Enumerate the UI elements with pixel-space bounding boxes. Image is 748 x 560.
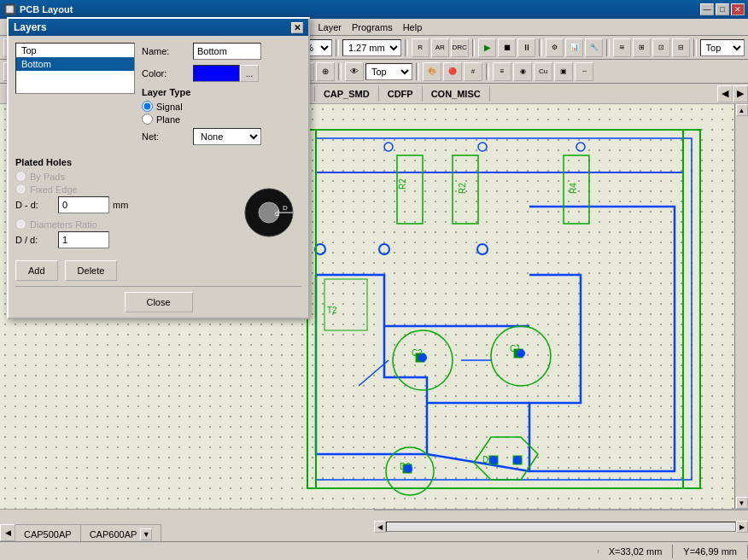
dialog-title-text: Layers — [14, 21, 47, 33]
sep-d4 — [416, 63, 419, 80]
layer-bottom[interactable]: Bottom — [16, 57, 134, 71]
tab-scroll-left[interactable]: ◀ — [0, 524, 15, 541]
minimize-button[interactable]: — — [700, 3, 714, 15]
d-d-input[interactable] — [58, 196, 109, 213]
layer-draw-select[interactable]: Top — [365, 63, 412, 80]
extra6-btn[interactable]: ⊡ — [652, 38, 670, 57]
donut-graphic: d D — [243, 171, 295, 254]
scroll-right-btn[interactable]: ▶ — [736, 521, 748, 533]
extra4-btn[interactable]: ≋ — [613, 38, 631, 57]
scroll-down-btn[interactable]: ▼ — [736, 497, 748, 509]
extra3-btn[interactable]: 🔧 — [585, 38, 603, 57]
layer-vis-btn[interactable]: ◉ — [513, 62, 532, 81]
sep-d5 — [486, 63, 489, 80]
stop-btn[interactable]: ⏹ — [498, 38, 516, 57]
color-swatch[interactable] — [193, 65, 240, 82]
h-scrollbar-track[interactable] — [386, 522, 736, 532]
d-over-d-label: D / d: — [15, 235, 58, 245]
delete-button[interactable]: Delete — [65, 260, 118, 281]
extra2-btn[interactable]: 📊 — [565, 38, 583, 57]
run-btn[interactable]: ▶ — [478, 38, 496, 57]
board-btn[interactable]: ▣ — [554, 62, 573, 81]
title-bar: 🔲 PCB Layout — □ ✕ — [0, 0, 748, 19]
layer-type-header: Layer Type — [142, 87, 301, 97]
dialog-close-btn[interactable]: ✕ — [291, 22, 303, 33]
svg-text:d: d — [275, 209, 279, 218]
color2-btn[interactable]: 🔴 — [443, 62, 462, 81]
tab-cap500ap[interactable]: CAP500AP — [15, 524, 81, 541]
fixed-edge-row: Fixed Edge — [15, 184, 230, 195]
svg-rect-0 — [307, 130, 700, 488]
tab-cap600ap[interactable]: CAP600AP ▼ — [81, 524, 162, 541]
fixed-edge-label: Fixed Edge — [30, 184, 78, 195]
color1-btn[interactable]: 🎨 — [423, 62, 441, 81]
grid-select[interactable]: 1.27 mm — [342, 39, 401, 56]
lib-cdfp[interactable]: CDFP — [379, 86, 423, 102]
window-controls: — □ ✕ — [700, 3, 745, 15]
d-over-d-input[interactable] — [58, 231, 109, 248]
net-select[interactable]: None — [193, 128, 261, 145]
layer-list[interactable]: Top Bottom — [15, 43, 135, 94]
lib-con-misc[interactable]: CON_MISC — [423, 86, 490, 102]
name-input[interactable] — [193, 43, 261, 60]
signal-radio[interactable] — [142, 101, 153, 112]
ratsnest-btn[interactable]: ╌ — [575, 62, 593, 81]
sep8 — [606, 39, 610, 56]
net-row: Net: None — [142, 128, 301, 145]
eye-btn[interactable]: 👁 — [345, 62, 364, 81]
add-button[interactable]: Add — [15, 260, 58, 281]
measure-btn[interactable]: ⊕ — [316, 62, 335, 81]
color-picker-btn[interactable]: ... — [240, 65, 259, 82]
plane-radio-row: Plane — [142, 114, 301, 125]
plane-radio[interactable] — [142, 114, 153, 125]
drc-btn[interactable]: DRC — [451, 38, 469, 57]
layers-dialog[interactable]: Layers ✕ Top Bottom Name: — [7, 17, 310, 319]
sep6 — [472, 39, 476, 56]
sep4 — [336, 39, 339, 56]
diameters-ratio-label: Diameters Ratio — [30, 219, 97, 230]
plated-holes-header: Plated Holes — [15, 157, 301, 167]
layer-top[interactable]: Top — [16, 44, 134, 57]
diameters-ratio-row: Diameters Ratio — [15, 219, 230, 230]
route-btn[interactable]: R — [412, 38, 430, 57]
menu-layer[interactable]: Layer — [313, 20, 347, 34]
svg-point-26 — [478, 143, 487, 151]
scroll-left-btn[interactable]: ◀ — [374, 521, 386, 533]
status-empty — [0, 550, 599, 553]
by-pads-row: By Pads — [15, 171, 230, 182]
tab-dropdown-btn[interactable]: ▼ — [140, 528, 152, 540]
close-button[interactable]: ✕ — [731, 3, 745, 15]
lib-prev-btn[interactable]: ◀ — [717, 85, 733, 102]
d-d-label: D - d: — [15, 200, 58, 210]
layer-top-select[interactable]: Top — [700, 39, 745, 56]
svg-point-27 — [576, 143, 585, 151]
svg-rect-1 — [316, 138, 692, 480]
donut-svg: d D — [243, 187, 295, 238]
svg-point-25 — [384, 143, 393, 151]
lib-next-btn[interactable]: ▶ — [733, 85, 748, 102]
svg-text:T2: T2 — [327, 306, 337, 315]
svg-text:R4: R4 — [569, 183, 578, 194]
autoroute-btn[interactable]: AR — [431, 38, 449, 57]
menu-programs[interactable]: Programs — [347, 20, 398, 34]
extra7-btn[interactable]: ⊟ — [672, 38, 690, 57]
diameters-ratio-radio — [15, 219, 26, 230]
right-scrollbar[interactable]: ▲ ▼ — [734, 104, 748, 509]
close-button[interactable]: Close — [125, 292, 193, 312]
app-title: PCB Layout — [20, 4, 73, 15]
maximize-button[interactable]: □ — [716, 3, 729, 15]
grid-toggle-btn[interactable]: # — [464, 62, 482, 81]
scroll-up-btn[interactable]: ▲ — [736, 104, 748, 116]
by-pads-label: By Pads — [30, 172, 65, 182]
pause-btn[interactable]: ⏸ — [517, 38, 535, 57]
sep9 — [693, 39, 697, 56]
menu-help[interactable]: Help — [398, 20, 428, 34]
y-coord: Y=46,99 mm — [673, 545, 748, 558]
layer-mgr-btn[interactable]: ≡ — [493, 62, 511, 81]
d-over-d-row: D / d: — [15, 231, 230, 248]
extra5-btn[interactable]: ⊞ — [633, 38, 651, 57]
copper-btn[interactable]: Cu — [534, 62, 552, 81]
svg-point-36 — [489, 456, 498, 464]
lib-cap-smd[interactable]: CAP_SMD — [315, 86, 379, 102]
extra1-btn[interactable]: ⚙ — [546, 38, 564, 57]
